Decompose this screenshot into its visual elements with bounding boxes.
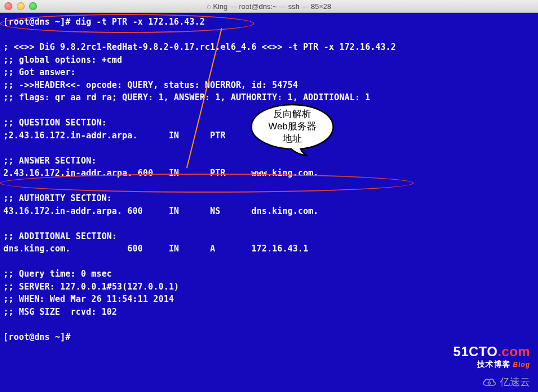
window-title-text: King — root@dns:~ — ssh — 85×28 <box>213 2 331 11</box>
minimize-window-button[interactable] <box>17 2 25 10</box>
close-window-button[interactable] <box>4 2 12 10</box>
terminal-output[interactable]: [root@dns ~]# dig -t PTR -x 172.16.43.2 … <box>0 13 538 392</box>
zoom-window-button[interactable] <box>29 2 37 10</box>
window-title-bar: ⌂ King — root@dns:~ — ssh — 85×28 <box>0 0 538 13</box>
window-title: ⌂ King — root@dns:~ — ssh — 85×28 <box>0 2 538 11</box>
home-icon: ⌂ <box>207 2 210 10</box>
traffic-lights <box>0 2 37 10</box>
terminal-text: [root@dns ~]# dig -t PTR -x 172.16.43.2 … <box>3 17 396 342</box>
